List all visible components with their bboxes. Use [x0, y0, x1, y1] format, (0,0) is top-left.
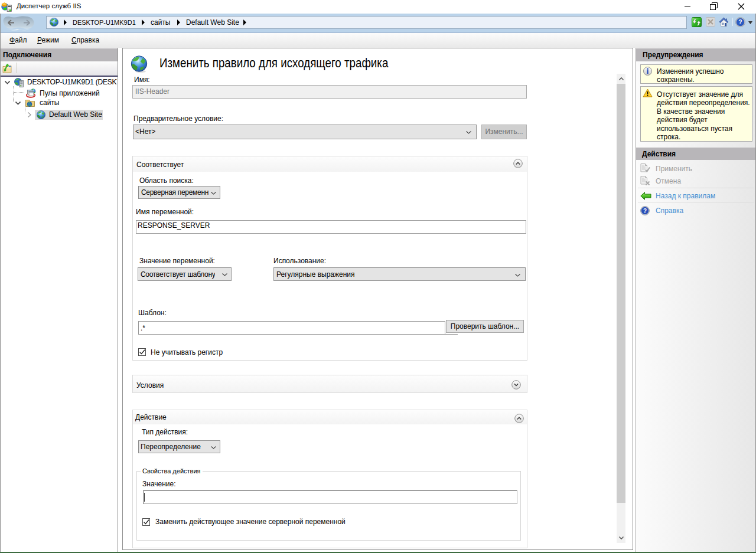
svg-text:?: ? — [738, 19, 742, 25]
svg-text:?: ? — [643, 208, 647, 214]
